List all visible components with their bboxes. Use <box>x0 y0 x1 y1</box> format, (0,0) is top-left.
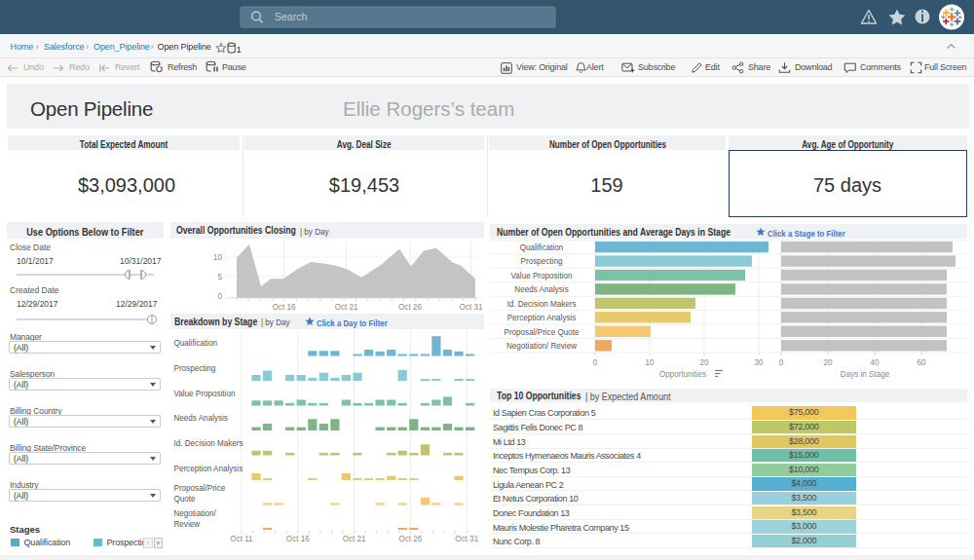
svg-text:5: 5 <box>218 272 223 281</box>
svg-text:Negotiation/ Review: Negotiation/ Review <box>506 341 577 351</box>
svg-text:Qualification: Qualification <box>520 243 564 252</box>
svg-text:0: 0 <box>593 357 598 367</box>
svg-text:Proposal/Price Quote: Proposal/Price Quote <box>505 327 580 337</box>
svg-text:Quote: Quote <box>174 494 196 504</box>
svg-text:Oct 31: Oct 31 <box>455 534 478 543</box>
svg-text:Oct 21: Oct 21 <box>335 302 358 312</box>
svg-text:0: 0 <box>218 291 223 301</box>
svg-text:10: 10 <box>213 252 222 262</box>
svg-text:Review: Review <box>174 519 201 529</box>
svg-text:40: 40 <box>871 357 880 367</box>
svg-text:20: 20 <box>700 357 709 367</box>
svg-text:Needs Analysis: Needs Analysis <box>514 284 569 294</box>
svg-text:Oct 21: Oct 21 <box>343 534 366 543</box>
svg-text:Qualification: Qualification <box>174 338 218 348</box>
svg-text:Oct 26: Oct 26 <box>398 534 422 543</box>
svg-text:Value Proposition: Value Proposition <box>174 389 236 398</box>
svg-text:Oct 11: Oct 11 <box>230 534 252 543</box>
svg-text:Id. Decision Makers: Id. Decision Makers <box>506 299 577 309</box>
svg-text:Id. Decision Makers: Id. Decision Makers <box>174 438 244 448</box>
svg-text:Days in Stage: Days in Stage <box>841 369 889 379</box>
svg-text:Oct 26: Oct 26 <box>398 302 422 312</box>
svg-text:20: 20 <box>824 357 833 367</box>
svg-text:Perception Analysis: Perception Analysis <box>507 313 577 322</box>
svg-text:30: 30 <box>755 357 764 367</box>
svg-text:Oct 31: Oct 31 <box>460 302 483 312</box>
svg-text:Prospecting: Prospecting <box>521 256 563 266</box>
svg-text:Value Proposition: Value Proposition <box>511 271 573 280</box>
svg-text:Negotiation/: Negotiation/ <box>174 508 217 518</box>
svg-text:Needs Analysis: Needs Analysis <box>174 413 229 423</box>
svg-text:10: 10 <box>646 357 655 367</box>
svg-text:Oct 16: Oct 16 <box>286 534 310 543</box>
svg-text:Perception Analysis: Perception Analysis <box>174 464 244 473</box>
svg-text:Prospecting: Prospecting <box>174 363 216 373</box>
svg-text:Opportunities: Opportunities <box>659 369 707 379</box>
svg-text:60: 60 <box>918 357 926 367</box>
svg-text:0: 0 <box>779 357 784 367</box>
svg-text:Oct 16: Oct 16 <box>273 302 296 312</box>
svg-text:Proposal/Price: Proposal/Price <box>174 483 226 493</box>
